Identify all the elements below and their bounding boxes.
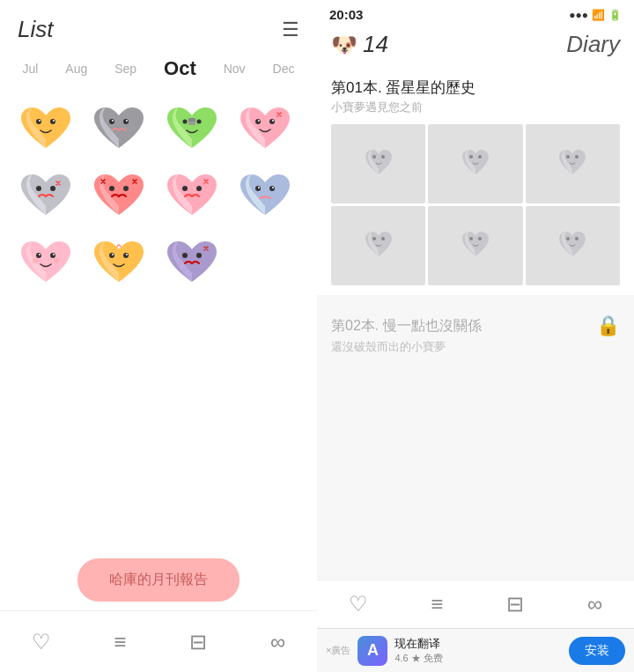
svg-point-7 (126, 120, 128, 122)
month-jul[interactable]: Jul (17, 60, 43, 78)
svg-point-20 (196, 186, 202, 191)
svg-point-0 (36, 119, 41, 124)
sticker-11[interactable] (162, 233, 222, 293)
svg-point-36 (196, 253, 202, 258)
svg-point-18 (123, 186, 129, 191)
svg-point-45 (469, 237, 473, 240)
monthly-report-button[interactable]: 哈庫的月刊報告 (77, 558, 240, 602)
ad-bar: ×廣告 A 现在翻译 4.6 ★ 免费 安装 (317, 628, 634, 672)
left-header: List ☰ (0, 0, 317, 50)
month-nov[interactable]: Nov (218, 60, 251, 78)
svg-point-21 (255, 186, 261, 191)
menu-icon[interactable]: ☰ (282, 18, 299, 41)
photo-cell-3[interactable] (526, 124, 620, 203)
diary-section-1-title: 第01本. 蛋星星的歷史 (331, 78, 620, 98)
diary-label: Diary (566, 31, 620, 58)
photo-cell-1[interactable] (331, 124, 425, 203)
month-dec[interactable]: Dec (268, 60, 300, 78)
ad-meta: 4.6 ★ 免费 (394, 652, 562, 665)
photo-cell-5[interactable] (428, 206, 522, 285)
photo-cell-6[interactable] (526, 206, 620, 285)
diary-count: 14 (363, 31, 388, 58)
svg-point-15 (36, 186, 41, 191)
photo-grid-row1 (331, 124, 620, 203)
ad-title: 现在翻译 (394, 636, 562, 652)
left-nav-couple[interactable]: ∞ (270, 630, 285, 654)
right-header: 🐶 14 Diary (317, 26, 634, 67)
svg-point-1 (50, 119, 55, 124)
left-title: List (18, 16, 53, 43)
status-icons: ●●● 📶 🔋 (569, 9, 622, 21)
svg-point-3 (53, 120, 55, 122)
wifi-icon: 📶 (592, 9, 605, 21)
svg-point-28 (53, 254, 55, 255)
photo-cell-4[interactable] (331, 206, 425, 285)
svg-point-13 (258, 120, 260, 122)
right-nav-save[interactable]: ⊟ (506, 592, 524, 617)
right-nav-list[interactable]: ≡ (431, 592, 444, 617)
diary-section-1-subtitle: 小寶夢遇見您之前 (331, 100, 620, 115)
sticker-10[interactable] (89, 233, 149, 293)
svg-point-31 (109, 253, 114, 258)
svg-point-44 (381, 237, 385, 240)
left-bottom-nav: ♡ ≡ ⊟ ∞ (0, 610, 317, 672)
lock-icon: 🔒 (596, 314, 620, 337)
sticker-9[interactable] (16, 233, 76, 293)
left-panel: List ☰ Jul Aug Sep Oct Nov Dec (0, 0, 317, 672)
svg-point-22 (269, 186, 275, 191)
photo-grid-row2 (331, 206, 620, 285)
status-time: 20:03 (329, 7, 363, 22)
svg-point-24 (272, 187, 274, 188)
svg-point-25 (36, 253, 41, 258)
svg-point-37 (372, 155, 376, 159)
sticker-6[interactable] (89, 166, 149, 226)
svg-point-10 (197, 120, 202, 124)
svg-point-34 (126, 254, 128, 255)
sticker-4[interactable] (235, 100, 295, 159)
svg-point-11 (255, 119, 261, 124)
diary-section-2-title-text: 第02本. 慢一點也沒關係 (331, 317, 482, 336)
sticker-2[interactable] (89, 100, 149, 159)
sticker-1[interactable] (16, 100, 76, 159)
diary-section-1[interactable]: 第01本. 蛋星星的歷史 小寶夢遇見您之前 (317, 67, 634, 295)
ad-icon-text: A (367, 641, 379, 660)
ad-install-button[interactable]: 安装 (569, 637, 625, 665)
svg-point-33 (112, 254, 114, 255)
left-nav-heart[interactable]: ♡ (32, 630, 51, 654)
svg-point-16 (50, 186, 55, 191)
svg-point-6 (112, 120, 114, 122)
svg-point-12 (269, 119, 275, 124)
left-nav-list[interactable]: ≡ (114, 630, 127, 654)
photo-cell-2[interactable] (428, 124, 522, 203)
month-oct[interactable]: Oct (158, 55, 202, 82)
svg-point-35 (182, 253, 188, 258)
svg-point-32 (123, 253, 129, 258)
svg-point-38 (381, 155, 385, 159)
left-nav-save[interactable]: ⊟ (189, 630, 207, 654)
right-nav-couple[interactable]: ∞ (587, 592, 602, 617)
battery-icon: 🔋 (608, 9, 622, 21)
svg-point-40 (478, 155, 482, 159)
sticker-3[interactable] (162, 100, 222, 159)
svg-point-9 (183, 120, 188, 124)
ad-close-label[interactable]: ×廣告 (326, 644, 350, 657)
svg-point-39 (469, 155, 473, 159)
svg-point-5 (123, 119, 129, 124)
month-sep[interactable]: Sep (109, 60, 142, 78)
right-header-left: 🐶 14 (331, 31, 388, 58)
svg-point-19 (182, 186, 188, 191)
svg-point-41 (566, 155, 570, 159)
diary-section-2-subtitle: 還沒破殼而出的小寶夢 (331, 339, 620, 355)
svg-point-43 (372, 237, 376, 240)
sticker-8[interactable] (235, 166, 295, 226)
svg-point-47 (566, 237, 570, 240)
diary-section-2-title: 第02本. 慢一點也沒關係 🔒 (331, 314, 620, 337)
svg-point-48 (575, 237, 579, 240)
svg-point-27 (39, 254, 41, 255)
ad-app-icon: A (358, 636, 387, 666)
month-aug[interactable]: Aug (60, 60, 92, 78)
sticker-5[interactable] (16, 166, 76, 226)
svg-point-14 (272, 120, 274, 122)
sticker-7[interactable] (162, 166, 222, 226)
right-nav-heart[interactable]: ♡ (349, 592, 368, 617)
